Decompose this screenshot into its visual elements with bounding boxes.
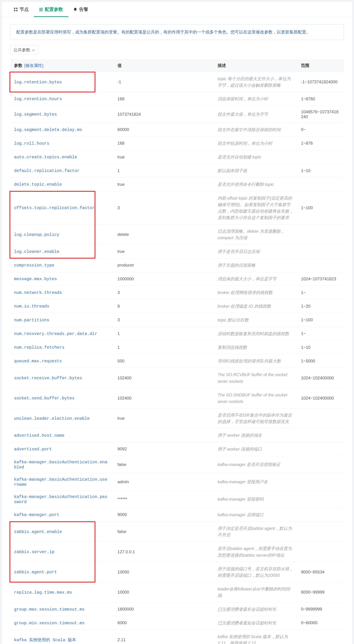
scope-dropdown[interactable]: 公共参数 [10, 45, 38, 55]
param-name-link[interactable]: kafka-manager.port [14, 512, 59, 517]
param-desc: 若开启zabbix agent，则需要手动设置为您想要连接的zabbix ser… [214, 542, 297, 562]
param-range [297, 508, 344, 522]
tab-config[interactable]: 配置参数 [34, 2, 68, 17]
param-name-link[interactable]: log.cleaner.enable [14, 249, 59, 254]
param-name-link[interactable]: compression.type [14, 263, 54, 268]
param-range [297, 150, 344, 164]
param-range: 1~20 [297, 300, 344, 313]
param-range: -1~1073741824000 [297, 72, 344, 92]
param-name-link[interactable]: kafka-manager.basicAuthentication.userna… [14, 477, 107, 487]
config-page: 节点 配置参数 告警 配置参数是在部署应用时填写，成为集群配置项的变量。有的配置… [2, 2, 352, 644]
table-row: log.retention.hours168消息保留时间，单位为小时1~8760 [10, 92, 344, 106]
param-name-link[interactable]: group.max.session.timeout.ms [14, 607, 84, 612]
param-range: 1~100 [297, 191, 344, 224]
param-value [114, 428, 214, 442]
param-name-link[interactable]: group.min.session.timeout.ms [14, 621, 84, 626]
param-name-link[interactable]: auto.create.topics.enable [14, 155, 77, 160]
param-desc: 消息保留时间，单位为小时 [214, 92, 297, 106]
param-desc: kafka-manager 登陆用户名 [214, 473, 297, 490]
param-name-link[interactable]: delete.topic.enable [14, 182, 62, 187]
param-name-link[interactable]: num.network.threads [14, 290, 62, 295]
param-range: 0~9999999 [297, 602, 344, 616]
param-desc: 默认副本因子值 [214, 164, 297, 178]
param-desc: 用于 worker 连接的域名 [214, 428, 297, 442]
param-name-link[interactable]: log.segment.bytes [14, 112, 57, 117]
tab-label: 告警 [79, 6, 88, 12]
table-row: auto.create.topics.enabletrue是否允许自动创建 to… [10, 150, 344, 164]
grid-icon [14, 8, 18, 11]
tab-nodes[interactable]: 节点 [9, 2, 34, 17]
col-param: 参数 [修改属性] [10, 59, 114, 72]
table-row: kafka 实例使用的 Scala 版本2.11kafka 实例使用的 Scal… [10, 630, 344, 644]
param-name-link[interactable]: log.roll.hours [14, 141, 49, 146]
param-desc: 等待IO线程处理的请求队列最大数 [214, 354, 297, 368]
param-desc: 内部 offset topic 的复制因子(设定更高的确保可用性)。如果复制因子… [214, 191, 297, 224]
param-name-link[interactable]: num.recovery.threads.per.data.dir [14, 332, 97, 336]
param-desc: broker 处理网络请求的线程数 [214, 286, 297, 300]
param-desc: 是否允许使用命令行删除 topic [214, 178, 297, 191]
param-name-link[interactable]: kafka 实例使用的 Scala 版本 [14, 638, 76, 642]
param-value: 9092 [114, 442, 214, 456]
param-name-link[interactable]: num.replica.fetchers [14, 345, 64, 350]
param-value: false [114, 456, 214, 473]
param-name-link[interactable]: advertised.port [14, 447, 52, 452]
param-name-link[interactable]: zabbix.agent.enable [14, 530, 62, 534]
param-desc: 段文件最大值，单位为字节 [214, 106, 297, 123]
param-range: 1~10 [297, 164, 344, 178]
param-name-link[interactable]: unclean.leader.election.enable [14, 416, 90, 421]
table-row: compression.typeproducer用于主题的压缩策略 [10, 258, 344, 272]
col-desc: 描述 [214, 59, 297, 72]
param-desc: 用于是否开启日志压缩 [214, 244, 297, 258]
param-name-link[interactable]: log.retention.hours [14, 97, 62, 102]
param-value: 1800000 [114, 602, 214, 616]
param-name-link[interactable]: log.retention.bytes [14, 80, 62, 84]
param-desc: The SO.RCVBUF buffer of the socket sever… [214, 368, 297, 388]
param-name-link[interactable]: kafka-manager.basicAuthentication.passwo… [14, 494, 107, 504]
table-row: kafka-manager.basicAuthentication.enable… [10, 456, 344, 473]
param-desc: kafka-manager 是否开启登陆验证 [214, 456, 297, 473]
svg-rect-3 [16, 10, 18, 11]
param-value: 127.0.0.1 [114, 542, 214, 562]
param-range [297, 630, 344, 644]
table-row: zabbix.server.ip127.0.0.1若开启zabbix agent… [10, 542, 344, 562]
param-name-link[interactable]: log.segment.delete.delay.ms [14, 128, 82, 132]
param-value: 9000 [114, 508, 214, 522]
param-name-link[interactable]: advertised.host.name [14, 433, 64, 438]
param-name-link[interactable]: socket.receive.buffer.bytes [14, 376, 82, 380]
param-range [297, 473, 344, 490]
param-name-link[interactable]: zabbix.agent.port [14, 570, 57, 574]
param-name-link[interactable]: log.cleanup.policy [14, 232, 59, 237]
table-row: kafka-manager.port9000kafka-manager 启用端口 [10, 508, 344, 522]
param-range: 1~ [297, 286, 344, 300]
table-row: num.partitions3topic 默认分区数1~100 [10, 313, 344, 327]
param-range: 0~ [297, 123, 344, 136]
tab-alerts[interactable]: 告警 [68, 2, 94, 17]
param-name-link[interactable]: queued.max.requests [14, 359, 62, 364]
param-value: -1 [114, 72, 214, 92]
param-name-link[interactable]: offsets.topic.replication.factor [14, 206, 95, 210]
param-name-link[interactable]: message.max.bytes [14, 277, 57, 282]
table-row: num.recovery.threads.per.data.dir1启动时数据恢… [10, 327, 344, 340]
svg-rect-4 [39, 8, 43, 8]
param-range: 1~5000 [297, 354, 344, 368]
table-row: log.cleanup.policydelete日志清理策略。delete 为直… [10, 224, 344, 244]
param-desc: kafka-manager 启用端口 [214, 508, 297, 522]
param-name-link[interactable]: default.replication.factor [14, 168, 80, 173]
param-value: 500 [114, 354, 214, 368]
param-name-link[interactable]: replica.lag.time.max.ms [14, 590, 72, 595]
param-value: admin [114, 473, 214, 490]
param-value: 2.11 [114, 630, 214, 644]
param-name-link[interactable]: kafka-manager.basicAuthentication.enable… [14, 460, 107, 470]
param-desc: 复制消息线程数 [214, 340, 297, 354]
modify-attrs-link[interactable]: [修改属性] [24, 63, 44, 68]
param-range [297, 258, 344, 272]
param-name-link[interactable]: num.io.threads [14, 304, 49, 309]
param-name-link[interactable]: num.partitions [14, 318, 49, 322]
table-row: socket.send.buffer.bytes102400The SO.SND… [10, 388, 344, 408]
param-name-link[interactable]: zabbix.server.ip [14, 550, 54, 554]
table-row: zabbix.agent.port10050用于连接的端口号，若主机存在防火墙，… [10, 562, 344, 582]
svg-rect-6 [39, 10, 43, 11]
table-row: replica.lag.time.max.ms10000leader会将foll… [10, 582, 344, 602]
param-desc: The SO.SNDBUF buffer of the socket sever… [214, 388, 297, 408]
param-name-link[interactable]: socket.send.buffer.bytes [14, 396, 74, 400]
